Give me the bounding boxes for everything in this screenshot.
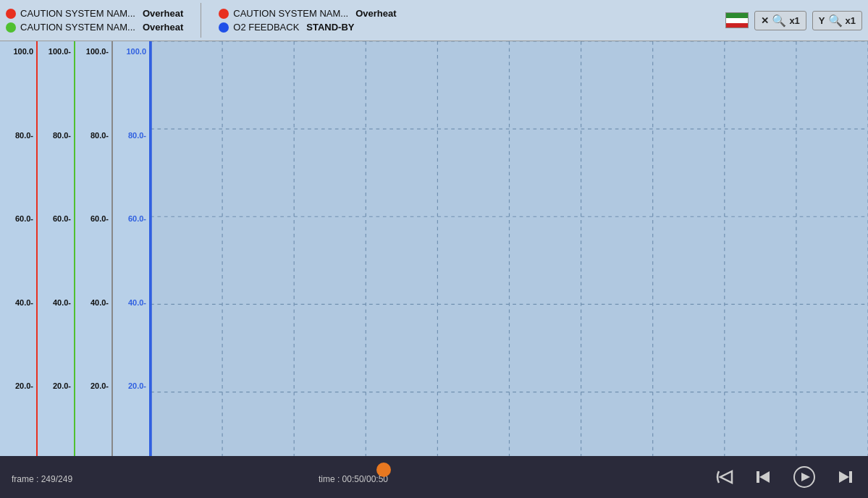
legend-label-2: CAUTION SYSTEM NAM... (20, 22, 135, 33)
legend-bar: CAUTION SYSTEM NAM... Overheat CAUTION S… (0, 0, 868, 41)
chart-svg: 00:41 00:42 00:43 00:44 00:45 00:46 00:4… (151, 41, 868, 480)
y-axis-4: 100.0 80.0- 60.0- 40.0- 20.0- 0.0 (113, 41, 151, 480)
legend-item-4: O2 FEEDBACK STAND-BY (219, 22, 396, 33)
svg-marker-31 (801, 473, 810, 481)
main-content: CAUTION SYSTEM NAM... Overheat CAUTION S… (0, 0, 868, 456)
bottom-controls: frame : 249/249 time : 00:50/00:50 (0, 456, 868, 498)
play-button[interactable] (793, 465, 816, 489)
legend-dot-green (6, 22, 16, 33)
y-axis-2: 100.0- 80.0- 60.0- 40.0- 20.0- 0.0 (38, 41, 75, 480)
y1-20: 20.0- (3, 381, 33, 390)
legend-value-1: Overheat (143, 8, 183, 19)
legend-item-3: CAUTION SYSTEM NAM... Overheat (219, 8, 396, 19)
legend-group-left: CAUTION SYSTEM NAM... Overheat CAUTION S… (6, 8, 183, 33)
svg-rect-33 (849, 471, 852, 483)
plot-area: 00:41 00:42 00:43 00:44 00:45 00:46 00:4… (151, 41, 868, 480)
legend-value-3: Overheat (355, 8, 396, 19)
legend-value-2: Overheat (143, 22, 183, 33)
progress-thumb (376, 463, 391, 477)
x-zoom-button[interactable]: ✕ 🔍 x1 (754, 11, 806, 30)
y3-60: 60.0- (78, 214, 109, 223)
playback-controls (712, 465, 856, 489)
legend-item-1: CAUTION SYSTEM NAM... Overheat (6, 8, 183, 19)
y4-60: 60.0- (116, 214, 146, 223)
y2-80: 80.0- (41, 131, 71, 140)
y-label: Y (819, 15, 825, 26)
x1-label: x1 (789, 15, 799, 26)
step-back-button[interactable] (752, 465, 775, 489)
y3-40: 40.0- (78, 298, 109, 307)
y4-80: 80.0- (116, 131, 146, 140)
y-axis-3: 100.0- 80.0- 60.0- 40.0- 20.0- 0.0 (75, 41, 113, 480)
legend-controls: ✕ 🔍 x1 Y 🔍 x1 (725, 11, 862, 30)
flag-red (726, 23, 748, 28)
y1-80: 80.0- (3, 131, 33, 140)
flag-green (726, 13, 748, 18)
legend-label-1: CAUTION SYSTEM NAM... (20, 8, 135, 19)
legend-dot-orange (219, 9, 229, 19)
y3-20: 20.0- (78, 381, 109, 390)
svg-marker-28 (759, 471, 770, 483)
legend-item-2: CAUTION SYSTEM NAM... Overheat (6, 22, 183, 33)
y1-100: 100.0 (3, 47, 33, 56)
legend-dot-blue (219, 22, 229, 33)
y3-80: 80.0- (78, 131, 109, 140)
y4-20: 20.0- (116, 381, 146, 390)
legend-value-4: STAND-BY (306, 22, 354, 33)
x-icon: ✕ (761, 15, 769, 26)
y2-40: 40.0- (41, 298, 71, 307)
flag-icon (725, 12, 749, 28)
frame-info: frame : 249/249 (12, 474, 72, 484)
y-axes: 100.0 80.0- 60.0- 40.0- 20.0- 0.0 100.0-… (0, 41, 151, 480)
step-forward-button[interactable] (833, 465, 856, 489)
y-zoom-button[interactable]: Y 🔍 x1 (812, 11, 862, 30)
y1-40: 40.0- (3, 298, 33, 307)
y2-20: 20.0- (41, 381, 71, 390)
legend-divider (201, 3, 201, 38)
y4-40: 40.0- (116, 298, 146, 307)
time-info: time : 00:50/00:50 (319, 474, 388, 484)
y4-100: 100.0 (116, 47, 146, 56)
y1-label: x1 (846, 15, 856, 26)
legend-dot-red (6, 9, 16, 19)
rewind-button[interactable] (712, 465, 735, 489)
chart-area: 100.0 80.0- 60.0- 40.0- 20.0- 0.0 100.0-… (0, 41, 868, 480)
y2-100: 100.0- (41, 47, 71, 56)
y-axis-1: 100.0 80.0- 60.0- 40.0- 20.0- 0.0 (0, 41, 38, 480)
legend-label-3: CAUTION SYSTEM NAM... (233, 8, 348, 19)
legend-group-right: CAUTION SYSTEM NAM... Overheat O2 FEEDBA… (219, 8, 396, 33)
svg-marker-32 (839, 471, 849, 483)
zoom-search-icon: 🔍 (772, 14, 786, 28)
zoom-search-icon-y: 🔍 (828, 14, 843, 28)
svg-rect-29 (757, 471, 759, 483)
y3-100: 100.0- (78, 47, 109, 56)
y2-60: 60.0- (41, 214, 71, 223)
y1-60: 60.0- (3, 214, 33, 223)
legend-label-4: O2 FEEDBACK (233, 22, 299, 33)
